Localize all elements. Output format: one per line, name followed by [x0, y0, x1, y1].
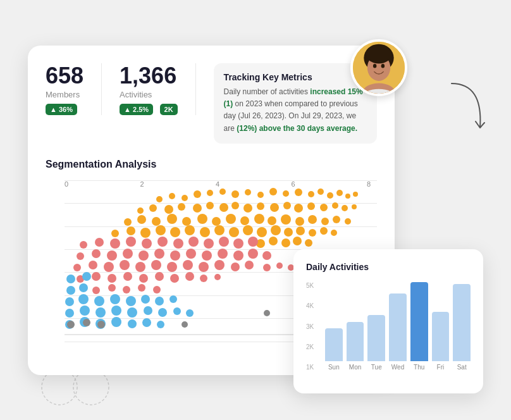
svg-point-168 — [97, 321, 105, 328]
metrics-row: 658 Members ▲ 36% 1,366 Activities ▲ 2.5… — [46, 63, 377, 144]
svg-point-69 — [229, 227, 239, 237]
svg-point-29 — [178, 203, 185, 211]
svg-point-98 — [123, 249, 133, 259]
svg-point-63 — [140, 228, 151, 238]
svg-point-18 — [283, 190, 289, 197]
bar-col-thu: Thu — [410, 282, 428, 371]
svg-point-97 — [107, 250, 117, 261]
bar-sun — [325, 328, 343, 361]
svg-point-19 — [295, 188, 302, 196]
svg-point-32 — [219, 203, 228, 212]
svg-point-155 — [144, 306, 152, 315]
svg-point-59 — [333, 216, 340, 223]
svg-point-144 — [94, 296, 104, 306]
svg-point-87 — [142, 238, 152, 249]
svg-point-38 — [294, 204, 303, 213]
bar-label-fri: Fri — [437, 364, 445, 371]
svg-point-129 — [214, 274, 221, 280]
svg-point-52 — [240, 216, 249, 225]
svg-point-41 — [332, 202, 338, 209]
svg-point-114 — [167, 262, 177, 272]
svg-point-9 — [169, 193, 175, 199]
svg-point-21 — [317, 188, 324, 195]
svg-point-157 — [173, 307, 181, 315]
svg-point-51 — [226, 214, 236, 224]
svg-point-49 — [197, 214, 207, 224]
svg-point-132 — [123, 286, 130, 293]
svg-point-70 — [243, 225, 253, 235]
bar-chart-container: 5K 4K 3K 2K 1K SunMonTueWedThuFriSat — [306, 282, 471, 383]
bar-label-thu: Thu — [414, 364, 424, 371]
svg-point-145 — [110, 294, 120, 304]
segmentation-title: Segmentation Analysis — [46, 159, 377, 170]
svg-point-104 — [218, 249, 228, 259]
svg-point-58 — [321, 218, 329, 225]
svg-point-118 — [231, 262, 240, 271]
svg-point-154 — [127, 307, 137, 318]
svg-point-27 — [149, 204, 157, 212]
svg-point-105 — [233, 250, 243, 261]
svg-point-169 — [264, 310, 270, 316]
svg-point-86 — [126, 237, 136, 247]
svg-point-37 — [283, 202, 291, 209]
svg-point-140 — [66, 286, 75, 295]
svg-point-17 — [269, 188, 277, 195]
svg-point-73 — [284, 228, 293, 237]
y-label-2k: 2K — [306, 343, 314, 350]
bar-fri — [432, 312, 450, 361]
svg-point-102 — [186, 249, 196, 259]
svg-point-66 — [185, 225, 195, 235]
svg-point-46 — [152, 217, 161, 226]
svg-point-55 — [281, 214, 291, 225]
svg-point-166 — [67, 321, 75, 328]
svg-point-133 — [138, 284, 145, 292]
activities-2k-badge: 2K — [160, 104, 178, 115]
svg-point-141 — [79, 283, 88, 292]
activities-label: Activities — [120, 90, 178, 99]
svg-point-149 — [169, 295, 177, 303]
bar-label-tue: Tue — [371, 364, 382, 371]
svg-point-101 — [170, 250, 180, 261]
svg-point-100 — [154, 249, 164, 259]
svg-point-151 — [80, 306, 90, 316]
svg-point-14 — [231, 190, 239, 198]
svg-point-130 — [92, 287, 100, 294]
svg-point-53 — [254, 214, 264, 224]
svg-point-26 — [137, 207, 144, 214]
members-number: 658 — [46, 63, 83, 89]
svg-point-45 — [137, 215, 146, 224]
svg-point-67 — [200, 227, 210, 237]
bar-col-wed: Wed — [389, 282, 407, 371]
svg-point-30 — [193, 204, 202, 213]
svg-point-167 — [83, 319, 90, 326]
members-metric: 658 Members ▲ 36% — [46, 63, 102, 115]
svg-point-94 — [248, 237, 258, 247]
bar-thu — [410, 282, 428, 361]
svg-point-128 — [200, 275, 207, 282]
svg-point-117 — [214, 260, 225, 270]
svg-point-165 — [157, 321, 164, 328]
svg-point-68 — [214, 225, 225, 235]
bar-wed — [389, 293, 407, 361]
svg-point-139 — [82, 272, 91, 281]
svg-point-111 — [120, 260, 130, 270]
activities-number: 1,366 — [120, 63, 178, 89]
svg-point-146 — [126, 296, 136, 306]
svg-point-20 — [308, 191, 314, 197]
svg-point-108 — [73, 264, 81, 271]
svg-point-107 — [262, 251, 271, 260]
svg-point-31 — [206, 202, 214, 209]
svg-point-43 — [352, 204, 357, 209]
svg-point-80 — [281, 238, 290, 247]
arrow-decoration — [439, 77, 489, 140]
svg-point-143 — [78, 294, 89, 304]
svg-point-3 — [366, 45, 391, 63]
tracking-text: Daily number of activities increased 15%… — [224, 86, 367, 135]
svg-point-115 — [183, 260, 193, 270]
svg-point-153 — [111, 306, 121, 316]
svg-point-106 — [248, 249, 258, 259]
svg-point-131 — [108, 284, 116, 292]
svg-point-125 — [155, 272, 164, 281]
svg-point-28 — [164, 205, 173, 214]
svg-point-152 — [95, 307, 106, 318]
